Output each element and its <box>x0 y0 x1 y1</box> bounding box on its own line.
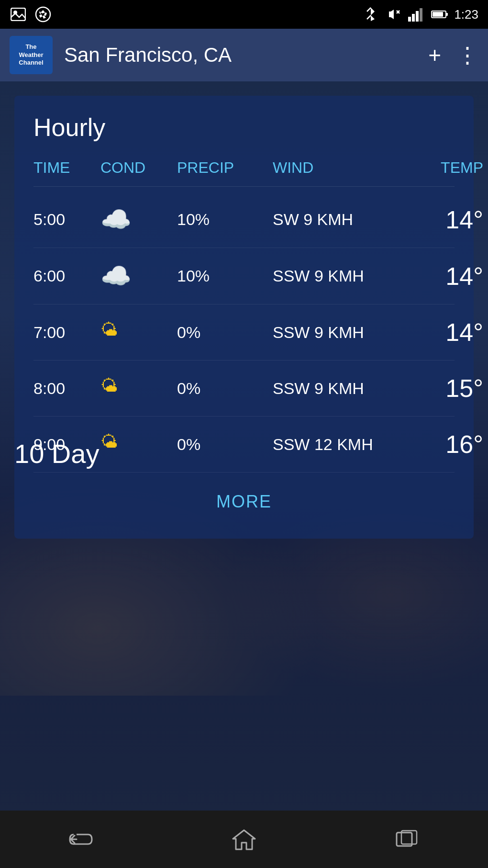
cond-700: 🌤 <box>100 320 177 345</box>
recent-apps-button[interactable] <box>378 820 435 858</box>
ten-day-section: 10 Day <box>14 438 474 469</box>
image-icon <box>10 6 27 23</box>
soccer-icon <box>34 6 52 23</box>
status-time: 1:23 <box>454 7 478 22</box>
temp-600: 14° <box>397 262 483 291</box>
time-500: 5:00 <box>33 210 100 229</box>
status-bar-left <box>10 6 52 23</box>
time-700: 7:00 <box>33 323 100 342</box>
bluetooth-icon <box>362 6 379 23</box>
logo-text: The Weather Channel <box>19 43 43 68</box>
precip-700: 0% <box>177 323 273 342</box>
menu-button[interactable]: ⋮ <box>456 44 478 66</box>
partly-sunny-icon: 🌤 <box>100 320 135 345</box>
svg-marker-3 <box>41 10 45 13</box>
table-row: 5:00 ☁️ 10% SW 9 KMH 14° <box>33 192 455 248</box>
svg-rect-11 <box>412 14 415 22</box>
svg-rect-10 <box>408 17 411 22</box>
col-time: TIME <box>33 159 100 177</box>
more-button[interactable]: MORE <box>216 492 272 511</box>
wind-600: SSW 9 KMH <box>273 267 397 285</box>
table-row: 6:00 ☁️ 10% SSW 9 KMH 14° <box>33 248 455 304</box>
col-wind: WIND <box>273 159 397 177</box>
precip-600: 10% <box>177 267 273 285</box>
svg-rect-16 <box>446 13 448 16</box>
wind-800: SSW 9 KMH <box>273 379 397 398</box>
cond-800: 🌤 <box>100 376 177 401</box>
temp-500: 14° <box>397 205 483 234</box>
ten-day-title: 10 Day <box>14 439 99 469</box>
app-logo: The Weather Channel <box>10 36 53 74</box>
battery-icon <box>431 6 448 23</box>
svg-rect-0 <box>11 8 25 21</box>
precip-800: 0% <box>177 379 273 398</box>
svg-rect-15 <box>433 12 443 17</box>
cond-600: ☁️ <box>100 261 177 291</box>
table-row: 8:00 🌤 0% SSW 9 KMH 15° <box>33 361 455 417</box>
temp-700: 14° <box>397 318 483 347</box>
status-bar-right: 1:23 <box>362 6 478 23</box>
cloudy-icon: ☁️ <box>100 205 132 234</box>
svg-rect-13 <box>420 8 422 22</box>
time-600: 6:00 <box>33 267 100 285</box>
back-button[interactable] <box>53 820 110 858</box>
svg-marker-5 <box>43 15 46 19</box>
header-actions: + ⋮ <box>428 44 478 66</box>
status-bar: 1:23 <box>0 0 488 29</box>
hourly-card: Hourly TIME COND PRECIP WIND TEMP 5:00 ☁… <box>14 96 474 539</box>
main-content: Hourly TIME COND PRECIP WIND TEMP 5:00 ☁… <box>0 81 488 839</box>
home-button[interactable] <box>215 820 273 858</box>
cloudy-icon: ☁️ <box>100 261 132 291</box>
time-800: 8:00 <box>33 379 100 398</box>
svg-rect-12 <box>416 11 419 22</box>
col-precip: PRECIP <box>177 159 273 177</box>
wind-700: SSW 9 KMH <box>273 323 397 342</box>
svg-marker-4 <box>44 12 47 16</box>
background-area: Hourly TIME COND PRECIP WIND TEMP 5:00 ☁… <box>0 81 488 839</box>
svg-point-2 <box>36 7 50 22</box>
add-location-button[interactable]: + <box>428 44 441 66</box>
hourly-title: Hourly <box>33 113 455 142</box>
svg-marker-6 <box>39 14 43 18</box>
cond-500: ☁️ <box>100 205 177 234</box>
signal-icon <box>408 6 425 23</box>
mute-icon <box>385 6 402 23</box>
precip-500: 10% <box>177 210 273 229</box>
app-header: The Weather Channel San Francisco, CA + … <box>0 29 488 81</box>
bottom-nav <box>0 811 488 868</box>
svg-marker-7 <box>39 11 41 14</box>
temp-800: 15° <box>397 374 483 403</box>
col-cond: COND <box>100 159 177 177</box>
table-header: TIME COND PRECIP WIND TEMP <box>33 159 455 187</box>
col-temp: TEMP <box>397 159 483 177</box>
wind-500: SW 9 KMH <box>273 210 397 229</box>
table-row: 7:00 🌤 0% SSW 9 KMH 14° <box>33 304 455 361</box>
city-name: San Francisco, CA <box>64 44 428 67</box>
partly-sunny-icon: 🌤 <box>100 376 135 401</box>
more-section: MORE <box>33 473 455 521</box>
